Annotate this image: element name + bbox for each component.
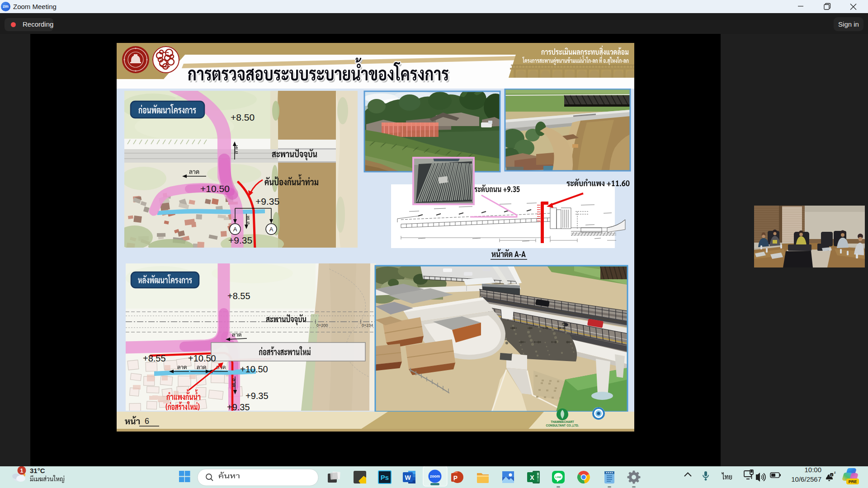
svg-text:+10.50: +10.50: [188, 353, 216, 363]
svg-text:0+234: 0+234: [362, 323, 373, 328]
svg-text:+8.50: +8.50: [231, 112, 255, 122]
svg-text:+9.35: +9.35: [227, 402, 250, 412]
svg-text:+9.35: +9.35: [245, 391, 269, 401]
svg-text:P: P: [453, 474, 458, 482]
svg-text:zoom: zoom: [430, 474, 440, 479]
svg-text:W: W: [405, 474, 411, 481]
svg-text:1: 1: [20, 468, 24, 474]
svg-text:+9.35: +9.35: [228, 235, 252, 245]
svg-text:A: A: [269, 226, 274, 233]
svg-text:PRE: PRE: [849, 479, 857, 484]
svg-text:X: X: [530, 474, 534, 481]
svg-text:+8.55: +8.55: [143, 353, 166, 363]
svg-text:31°C: 31°C: [30, 467, 45, 474]
svg-text:z: z: [834, 471, 836, 474]
svg-text:6: 6: [145, 417, 149, 426]
svg-text:+10.50: +10.50: [200, 183, 230, 194]
svg-text:+10.50: +10.50: [240, 364, 268, 374]
svg-text:LINE: LINE: [555, 476, 561, 479]
svg-text:THAMMACHART: THAMMACHART: [551, 420, 574, 423]
svg-text:CONSULTANT CO.,LTD.: CONSULTANT CO.,LTD.: [546, 424, 579, 427]
svg-text:10:00: 10:00: [804, 466, 821, 474]
svg-text:10/6/2567: 10/6/2567: [791, 475, 821, 483]
svg-text:+8.55: +8.55: [227, 291, 250, 301]
svg-text:z: z: [831, 474, 832, 476]
svg-text:A: A: [233, 226, 237, 233]
svg-text:Ps: Ps: [381, 474, 389, 481]
svg-text:+9.35: +9.35: [255, 196, 279, 206]
svg-text:0+200: 0+200: [316, 323, 328, 328]
